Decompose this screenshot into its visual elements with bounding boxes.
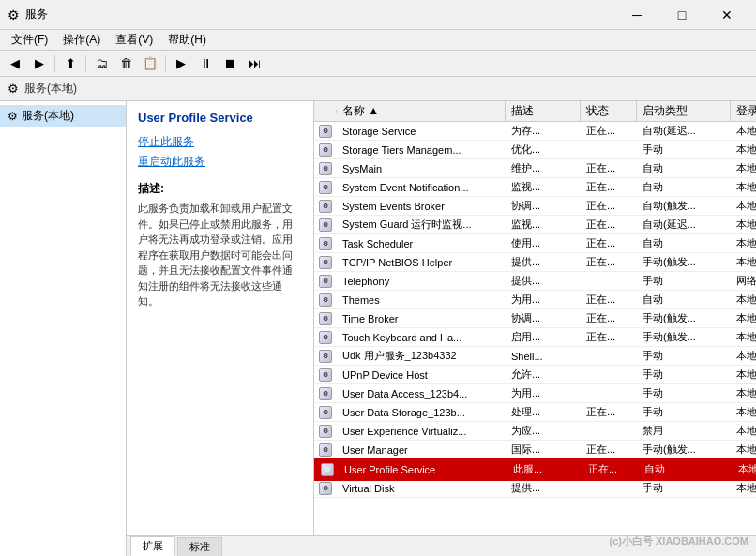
service-status: 正在... xyxy=(581,292,637,308)
services-table-body[interactable]: ⚙Storage Service为存...正在...自动(延迟...本地系统⚙S… xyxy=(314,122,756,535)
service-icon: ⚙ xyxy=(319,350,332,363)
table-row[interactable]: ⚙System Event Notification...监视...正在...自… xyxy=(314,178,756,197)
service-name: User Manager xyxy=(337,443,506,457)
service-startup: 禁用 xyxy=(637,423,731,439)
service-startup: 自动 xyxy=(637,179,731,195)
service-logon: 本地服务 xyxy=(731,254,756,270)
service-status xyxy=(581,280,637,282)
table-row[interactable]: ⚙Telephony提供...手动网络服务 xyxy=(314,272,756,291)
menu-bar: 文件(F) 操作(A) 查看(V) 帮助(H) xyxy=(0,30,756,51)
tab-expand[interactable]: 扩展 xyxy=(130,536,175,556)
service-startup: 手动(触发... xyxy=(637,329,731,345)
service-icon: ⚙ xyxy=(319,237,332,250)
minimize-button[interactable]: ─ xyxy=(615,0,658,30)
table-row[interactable]: ⚙User Experience Virtualiz...为应...禁用本地系统 xyxy=(314,422,756,441)
service-startup: 手动 xyxy=(637,385,731,401)
service-logon: 本地系统 xyxy=(731,179,756,195)
properties-button[interactable]: 📋 xyxy=(139,53,161,74)
window-controls: ─ □ ✕ xyxy=(615,0,748,30)
start-button[interactable]: ▶ xyxy=(170,53,192,74)
service-name: Storage Tiers Managem... xyxy=(337,143,506,157)
stop-service-link[interactable]: 停止此服务 xyxy=(138,134,302,150)
service-icon: ⚙ xyxy=(319,443,332,457)
service-status xyxy=(581,430,637,432)
service-logon: 网络服务 xyxy=(731,273,756,289)
table-row[interactable]: ⚙System Guard 运行时监视...监视...正在...自动(延迟...… xyxy=(314,216,756,234)
app-icon: ⚙ xyxy=(8,8,20,23)
service-name: System Events Broker xyxy=(337,200,506,213)
table-row[interactable]: ⚙Udk 用户服务_123b4332Shell...手动本地系统 xyxy=(314,347,756,366)
service-logon: 本地系统 xyxy=(731,480,756,496)
back-button[interactable]: ◀ xyxy=(4,53,26,74)
table-row[interactable]: ⚙User Data Storage_123b...处理...正在...手动本地… xyxy=(314,403,756,422)
service-status: 正在... xyxy=(581,254,637,270)
service-status: 正在... xyxy=(582,461,639,477)
service-desc: 启用... xyxy=(506,329,581,345)
table-row[interactable]: ⚙UPnP Device Host允许...手动本地系统 xyxy=(314,366,756,384)
service-startup: 手动 xyxy=(637,142,731,158)
service-name: System Event Notification... xyxy=(337,181,506,194)
service-desc: 提供... xyxy=(506,273,581,289)
restart-toolbar-button[interactable]: ⏭ xyxy=(243,53,265,74)
restart-service-link[interactable]: 重启动此服务 xyxy=(138,154,302,170)
service-name: SysMain xyxy=(337,162,506,175)
th-startup[interactable]: 启动类型 xyxy=(637,101,731,121)
row-icon: ⚙ xyxy=(314,275,337,288)
th-icon[interactable] xyxy=(314,110,337,113)
toolbar: ◀ ▶ ⬆ 🗂 🗑 📋 ▶ ⏸ ⏹ ⏭ xyxy=(0,51,756,77)
service-status: 正在... xyxy=(581,123,637,139)
up-button[interactable]: ⬆ xyxy=(59,53,82,74)
row-icon: ⚙ xyxy=(314,218,337,232)
menu-action[interactable]: 操作(A) xyxy=(55,30,108,50)
table-row[interactable]: ⚙Themes为用...正在...自动本地系统 xyxy=(314,291,756,309)
table-row[interactable]: ⚙Time Broker协调...正在...手动(触发...本地系统 xyxy=(314,309,756,328)
table-row[interactable]: ⚙SysMain维护...正在...自动本地系统 xyxy=(314,159,756,178)
table-row[interactable]: ⚙User Data Access_123b4...为用...手动本地系统 xyxy=(314,384,756,403)
address-bar: ⚙ 服务(本地) xyxy=(0,77,756,101)
th-desc[interactable]: 描述 xyxy=(506,101,581,121)
th-logon[interactable]: 登录为 xyxy=(731,101,756,121)
table-row[interactable]: ⚙Virtual Disk提供...手动本地系统 xyxy=(314,479,756,498)
menu-file[interactable]: 文件(F) xyxy=(4,30,55,50)
service-icon: ⚙ xyxy=(319,275,332,288)
service-icon: ⚙ xyxy=(319,125,332,138)
table-row[interactable]: ⚙User Profile Service此服...正在...自动本地系统 xyxy=(314,459,756,479)
table-row[interactable]: ⚙Touch Keyboard and Ha...启用...正在...手动(触发… xyxy=(314,328,756,347)
service-logon: 本地系统 xyxy=(731,329,756,345)
service-icon: ⚙ xyxy=(319,331,332,344)
table-row[interactable]: ⚙TCP/IP NetBIOS Helper提供...正在...手动(触发...… xyxy=(314,253,756,272)
tree-item-services-local[interactable]: ⚙ 服务(本地) xyxy=(0,105,126,127)
service-name: Storage Service xyxy=(337,125,506,138)
service-startup: 自动(触发... xyxy=(637,198,731,214)
service-status: 正在... xyxy=(581,442,637,458)
service-status: 正在... xyxy=(581,217,637,233)
maximize-button[interactable]: □ xyxy=(660,0,703,30)
table-row[interactable]: ⚙Task Scheduler使用...正在...自动本地系统 xyxy=(314,234,756,253)
service-status: 正在... xyxy=(581,310,637,326)
menu-view[interactable]: 查看(V) xyxy=(108,30,160,50)
service-status xyxy=(581,393,637,395)
th-status[interactable]: 状态 xyxy=(581,101,637,121)
service-desc: 国际... xyxy=(506,442,581,458)
table-header: 名称 ▲ 描述 状态 启动类型 登录为 xyxy=(314,101,756,122)
show-hide-button[interactable]: 🗂 xyxy=(90,53,113,74)
stop-button[interactable]: ⏹ xyxy=(219,53,241,74)
service-status: 正在... xyxy=(581,179,637,195)
delete-button[interactable]: 🗑 xyxy=(114,53,137,74)
table-row[interactable]: ⚙User Manager国际...正在...手动(触发...本地系统 xyxy=(314,441,756,459)
service-desc: 监视... xyxy=(506,179,581,195)
pause-button[interactable]: ⏸ xyxy=(194,53,217,74)
service-name: Time Broker xyxy=(337,312,506,325)
tab-standard[interactable]: 标准 xyxy=(177,537,222,556)
table-row[interactable]: ⚙Storage Tiers Managem...优化...手动本地系统 xyxy=(314,141,756,159)
left-panel: ⚙ 服务(本地) xyxy=(0,101,127,556)
close-button[interactable]: ✕ xyxy=(705,0,748,30)
row-icon: ⚙ xyxy=(314,406,337,419)
table-row[interactable]: ⚙System Events Broker协调...正在...自动(触发...本… xyxy=(314,197,756,216)
th-name[interactable]: 名称 ▲ xyxy=(337,101,506,121)
service-icon: ⚙ xyxy=(319,387,332,400)
row-icon: ⚙ xyxy=(314,482,337,495)
menu-help[interactable]: 帮助(H) xyxy=(160,30,214,50)
table-row[interactable]: ⚙Storage Service为存...正在...自动(延迟...本地系统 xyxy=(314,122,756,141)
forward-button[interactable]: ▶ xyxy=(28,53,51,74)
